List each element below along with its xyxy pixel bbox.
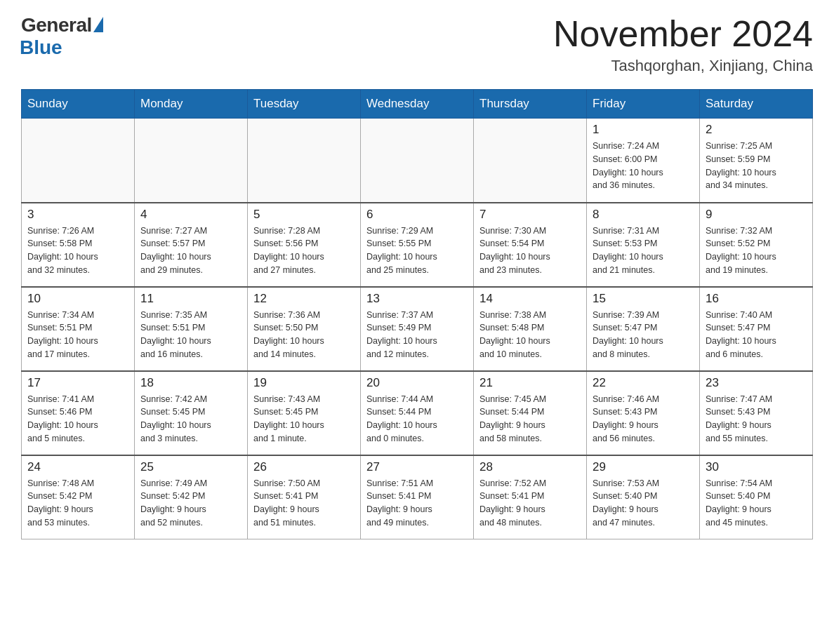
calendar-cell: 8Sunrise: 7:31 AM Sunset: 5:53 PM Daylig… [587, 203, 700, 287]
calendar-cell: 25Sunrise: 7:49 AM Sunset: 5:42 PM Dayli… [135, 455, 248, 539]
calendar-week-row: 17Sunrise: 7:41 AM Sunset: 5:46 PM Dayli… [22, 371, 813, 455]
day-number: 29 [593, 460, 694, 474]
logo-triangle-icon [93, 17, 103, 32]
day-number: 14 [479, 292, 581, 306]
calendar-day-header: Saturday [700, 90, 813, 119]
day-number: 9 [706, 208, 807, 222]
calendar-cell: 4Sunrise: 7:27 AM Sunset: 5:57 PM Daylig… [135, 203, 248, 287]
calendar-cell: 12Sunrise: 7:36 AM Sunset: 5:50 PM Dayli… [248, 287, 361, 371]
calendar-cell: 18Sunrise: 7:42 AM Sunset: 5:45 PM Dayli… [135, 371, 248, 455]
month-title: November 2024 [553, 14, 813, 54]
day-info: Sunrise: 7:53 AM Sunset: 5:40 PM Dayligh… [593, 477, 694, 530]
calendar-cell: 29Sunrise: 7:53 AM Sunset: 5:40 PM Dayli… [587, 455, 700, 539]
calendar-day-header: Sunday [22, 90, 135, 119]
logo-blue-text: Blue [20, 36, 62, 59]
day-number: 6 [366, 208, 468, 222]
calendar-cell: 3Sunrise: 7:26 AM Sunset: 5:58 PM Daylig… [22, 203, 135, 287]
day-number: 25 [140, 460, 241, 474]
day-info: Sunrise: 7:50 AM Sunset: 5:41 PM Dayligh… [253, 477, 355, 530]
day-info: Sunrise: 7:42 AM Sunset: 5:45 PM Dayligh… [140, 393, 241, 445]
calendar-cell: 11Sunrise: 7:35 AM Sunset: 5:51 PM Dayli… [135, 287, 248, 371]
day-info: Sunrise: 7:30 AM Sunset: 5:54 PM Dayligh… [479, 224, 581, 277]
day-info: Sunrise: 7:45 AM Sunset: 5:44 PM Dayligh… [479, 393, 581, 445]
calendar-cell: 30Sunrise: 7:54 AM Sunset: 5:40 PM Dayli… [700, 455, 813, 539]
calendar-cell: 17Sunrise: 7:41 AM Sunset: 5:46 PM Dayli… [22, 371, 135, 455]
calendar-cell: 24Sunrise: 7:48 AM Sunset: 5:42 PM Dayli… [22, 455, 135, 539]
calendar-cell: 23Sunrise: 7:47 AM Sunset: 5:43 PM Dayli… [700, 371, 813, 455]
day-info: Sunrise: 7:31 AM Sunset: 5:53 PM Dayligh… [593, 224, 694, 277]
calendar-cell [135, 119, 248, 203]
day-number: 15 [593, 292, 694, 306]
day-number: 26 [253, 460, 355, 474]
day-number: 19 [253, 376, 355, 390]
calendar-cell: 7Sunrise: 7:30 AM Sunset: 5:54 PM Daylig… [474, 203, 587, 287]
calendar-cell: 10Sunrise: 7:34 AM Sunset: 5:51 PM Dayli… [22, 287, 135, 371]
calendar-day-header: Thursday [474, 90, 587, 119]
day-info: Sunrise: 7:44 AM Sunset: 5:44 PM Dayligh… [366, 393, 468, 445]
day-info: Sunrise: 7:34 AM Sunset: 5:51 PM Dayligh… [27, 309, 128, 361]
location-subtitle: Tashqorghan, Xinjiang, China [553, 57, 813, 75]
day-info: Sunrise: 7:37 AM Sunset: 5:49 PM Dayligh… [366, 309, 468, 361]
calendar-cell: 26Sunrise: 7:50 AM Sunset: 5:41 PM Dayli… [248, 455, 361, 539]
page-header: General Blue November 2024 Tashqorghan, … [21, 14, 813, 75]
day-number: 28 [479, 460, 581, 474]
day-info: Sunrise: 7:46 AM Sunset: 5:43 PM Dayligh… [593, 393, 694, 445]
day-info: Sunrise: 7:26 AM Sunset: 5:58 PM Dayligh… [27, 224, 128, 277]
calendar-cell [361, 119, 474, 203]
day-number: 13 [366, 292, 468, 306]
calendar-cell: 5Sunrise: 7:28 AM Sunset: 5:56 PM Daylig… [248, 203, 361, 287]
day-number: 20 [366, 376, 468, 390]
calendar-cell: 15Sunrise: 7:39 AM Sunset: 5:47 PM Dayli… [587, 287, 700, 371]
calendar-day-header: Wednesday [361, 90, 474, 119]
day-info: Sunrise: 7:52 AM Sunset: 5:41 PM Dayligh… [479, 477, 581, 530]
calendar-cell: 16Sunrise: 7:40 AM Sunset: 5:47 PM Dayli… [700, 287, 813, 371]
calendar-cell: 21Sunrise: 7:45 AM Sunset: 5:44 PM Dayli… [474, 371, 587, 455]
calendar-cell: 6Sunrise: 7:29 AM Sunset: 5:55 PM Daylig… [361, 203, 474, 287]
calendar-week-row: 24Sunrise: 7:48 AM Sunset: 5:42 PM Dayli… [22, 455, 813, 539]
day-number: 11 [140, 292, 241, 306]
day-number: 30 [706, 460, 807, 474]
day-info: Sunrise: 7:51 AM Sunset: 5:41 PM Dayligh… [366, 477, 468, 530]
day-info: Sunrise: 7:41 AM Sunset: 5:46 PM Dayligh… [27, 393, 128, 445]
calendar-cell: 9Sunrise: 7:32 AM Sunset: 5:52 PM Daylig… [700, 203, 813, 287]
title-area: November 2024 Tashqorghan, Xinjiang, Chi… [553, 14, 813, 75]
calendar-cell: 28Sunrise: 7:52 AM Sunset: 5:41 PM Dayli… [474, 455, 587, 539]
day-info: Sunrise: 7:38 AM Sunset: 5:48 PM Dayligh… [479, 309, 581, 361]
calendar-cell: 27Sunrise: 7:51 AM Sunset: 5:41 PM Dayli… [361, 455, 474, 539]
day-number: 8 [593, 208, 694, 222]
day-info: Sunrise: 7:25 AM Sunset: 5:59 PM Dayligh… [706, 140, 807, 192]
day-info: Sunrise: 7:36 AM Sunset: 5:50 PM Dayligh… [253, 309, 355, 361]
day-number: 2 [706, 123, 807, 137]
calendar-week-row: 1Sunrise: 7:24 AM Sunset: 6:00 PM Daylig… [22, 119, 813, 203]
calendar-cell [474, 119, 587, 203]
day-number: 22 [593, 376, 694, 390]
day-info: Sunrise: 7:40 AM Sunset: 5:47 PM Dayligh… [706, 309, 807, 361]
day-info: Sunrise: 7:35 AM Sunset: 5:51 PM Dayligh… [140, 309, 241, 361]
calendar-table: SundayMondayTuesdayWednesdayThursdayFrid… [21, 89, 813, 539]
day-number: 12 [253, 292, 355, 306]
day-info: Sunrise: 7:32 AM Sunset: 5:52 PM Dayligh… [706, 224, 807, 277]
calendar-day-header: Friday [587, 90, 700, 119]
calendar-cell: 2Sunrise: 7:25 AM Sunset: 5:59 PM Daylig… [700, 119, 813, 203]
day-number: 7 [479, 208, 581, 222]
day-number: 1 [593, 123, 694, 137]
day-info: Sunrise: 7:48 AM Sunset: 5:42 PM Dayligh… [27, 477, 128, 530]
day-number: 5 [253, 208, 355, 222]
calendar-cell: 13Sunrise: 7:37 AM Sunset: 5:49 PM Dayli… [361, 287, 474, 371]
day-number: 23 [706, 376, 807, 390]
day-number: 24 [27, 460, 128, 474]
day-number: 3 [27, 208, 128, 222]
calendar-cell [248, 119, 361, 203]
day-number: 17 [27, 376, 128, 390]
day-info: Sunrise: 7:43 AM Sunset: 5:45 PM Dayligh… [253, 393, 355, 445]
day-info: Sunrise: 7:28 AM Sunset: 5:56 PM Dayligh… [253, 224, 355, 277]
calendar-cell [22, 119, 135, 203]
logo: General Blue [21, 14, 103, 59]
day-info: Sunrise: 7:54 AM Sunset: 5:40 PM Dayligh… [706, 477, 807, 530]
calendar-cell: 20Sunrise: 7:44 AM Sunset: 5:44 PM Dayli… [361, 371, 474, 455]
day-number: 27 [366, 460, 468, 474]
day-info: Sunrise: 7:27 AM Sunset: 5:57 PM Dayligh… [140, 224, 241, 277]
day-info: Sunrise: 7:47 AM Sunset: 5:43 PM Dayligh… [706, 393, 807, 445]
calendar-header-row: SundayMondayTuesdayWednesdayThursdayFrid… [22, 90, 813, 119]
calendar-cell: 19Sunrise: 7:43 AM Sunset: 5:45 PM Dayli… [248, 371, 361, 455]
